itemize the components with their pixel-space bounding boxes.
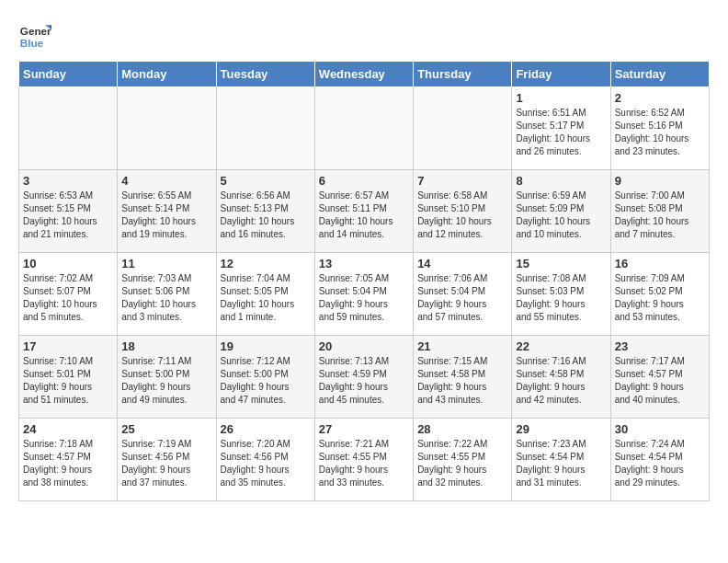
calendar-cell: 24Sunrise: 7:18 AM Sunset: 4:57 PM Dayli… xyxy=(19,419,118,501)
day-number: 19 xyxy=(221,339,311,353)
calendar-table: SundayMondayTuesdayWednesdayThursdayFrid… xyxy=(18,61,710,501)
calendar-cell: 20Sunrise: 7:13 AM Sunset: 4:59 PM Dayli… xyxy=(314,336,413,419)
day-number: 5 xyxy=(221,174,311,188)
calendar-cell: 3Sunrise: 6:53 AM Sunset: 5:15 PM Daylig… xyxy=(19,170,118,253)
calendar-cell: 5Sunrise: 6:56 AM Sunset: 5:13 PM Daylig… xyxy=(216,170,314,253)
weekday-header: Friday xyxy=(512,62,610,87)
day-info: Sunrise: 6:53 AM Sunset: 5:15 PM Dayligh… xyxy=(23,190,113,241)
day-info: Sunrise: 6:51 AM Sunset: 5:17 PM Dayligh… xyxy=(516,107,606,158)
calendar-cell: 16Sunrise: 7:09 AM Sunset: 5:02 PM Dayli… xyxy=(610,253,709,336)
calendar-cell: 8Sunrise: 6:59 AM Sunset: 5:09 PM Daylig… xyxy=(512,170,610,253)
day-number: 16 xyxy=(615,257,705,270)
day-info: Sunrise: 7:20 AM Sunset: 4:56 PM Dayligh… xyxy=(221,438,311,489)
day-info: Sunrise: 7:18 AM Sunset: 4:57 PM Dayligh… xyxy=(23,438,113,489)
day-info: Sunrise: 6:52 AM Sunset: 5:16 PM Dayligh… xyxy=(615,107,705,158)
calendar-cell: 28Sunrise: 7:22 AM Sunset: 4:55 PM Dayli… xyxy=(414,419,512,501)
day-number: 12 xyxy=(221,257,311,270)
day-number: 1 xyxy=(516,91,606,105)
day-number: 7 xyxy=(417,174,507,188)
day-number: 23 xyxy=(615,339,705,353)
svg-text:Blue: Blue xyxy=(20,37,44,49)
day-info: Sunrise: 7:03 AM Sunset: 5:06 PM Dayligh… xyxy=(121,272,211,324)
day-number: 4 xyxy=(121,174,211,188)
calendar-week: 10Sunrise: 7:02 AM Sunset: 5:07 PM Dayli… xyxy=(19,253,710,336)
day-number: 17 xyxy=(23,339,113,353)
weekday-header: Sunday xyxy=(19,62,118,87)
day-number: 18 xyxy=(121,339,211,353)
calendar-cell: 15Sunrise: 7:08 AM Sunset: 5:03 PM Dayli… xyxy=(512,253,610,336)
day-number: 26 xyxy=(221,422,311,436)
day-info: Sunrise: 7:15 AM Sunset: 4:58 PM Dayligh… xyxy=(417,355,507,407)
calendar-cell: 11Sunrise: 7:03 AM Sunset: 5:06 PM Dayli… xyxy=(118,253,216,336)
calendar-cell: 29Sunrise: 7:23 AM Sunset: 4:54 PM Dayli… xyxy=(512,419,610,501)
day-info: Sunrise: 6:59 AM Sunset: 5:09 PM Dayligh… xyxy=(516,190,606,241)
calendar-cell: 19Sunrise: 7:12 AM Sunset: 5:00 PM Dayli… xyxy=(216,336,314,419)
weekday-header: Saturday xyxy=(610,62,709,87)
calendar-cell xyxy=(19,87,118,170)
day-number: 6 xyxy=(319,174,409,188)
calendar-week: 3Sunrise: 6:53 AM Sunset: 5:15 PM Daylig… xyxy=(19,170,710,253)
calendar-cell: 18Sunrise: 7:11 AM Sunset: 5:00 PM Dayli… xyxy=(118,336,216,419)
day-number: 22 xyxy=(516,339,606,353)
day-info: Sunrise: 7:05 AM Sunset: 5:04 PM Dayligh… xyxy=(319,272,409,324)
calendar-cell: 21Sunrise: 7:15 AM Sunset: 4:58 PM Dayli… xyxy=(414,336,512,419)
logo-icon: General Blue xyxy=(18,18,51,52)
day-number: 15 xyxy=(516,257,606,270)
day-number: 24 xyxy=(23,422,113,436)
day-info: Sunrise: 7:13 AM Sunset: 4:59 PM Dayligh… xyxy=(319,355,409,407)
day-info: Sunrise: 7:06 AM Sunset: 5:04 PM Dayligh… xyxy=(417,272,507,324)
day-info: Sunrise: 6:58 AM Sunset: 5:10 PM Dayligh… xyxy=(417,190,507,241)
day-info: Sunrise: 7:21 AM Sunset: 4:55 PM Dayligh… xyxy=(319,438,409,489)
day-info: Sunrise: 7:02 AM Sunset: 5:07 PM Dayligh… xyxy=(23,272,113,324)
calendar-cell: 17Sunrise: 7:10 AM Sunset: 5:01 PM Dayli… xyxy=(19,336,118,419)
calendar-cell xyxy=(216,87,314,170)
calendar-cell: 7Sunrise: 6:58 AM Sunset: 5:10 PM Daylig… xyxy=(414,170,512,253)
day-info: Sunrise: 7:22 AM Sunset: 4:55 PM Dayligh… xyxy=(417,438,507,489)
calendar-cell: 12Sunrise: 7:04 AM Sunset: 5:05 PM Dayli… xyxy=(216,253,314,336)
calendar-cell: 27Sunrise: 7:21 AM Sunset: 4:55 PM Dayli… xyxy=(314,419,413,501)
day-info: Sunrise: 6:55 AM Sunset: 5:14 PM Dayligh… xyxy=(121,190,211,241)
day-info: Sunrise: 7:12 AM Sunset: 5:00 PM Dayligh… xyxy=(221,355,311,407)
day-number: 11 xyxy=(121,257,211,270)
day-number: 14 xyxy=(417,257,507,270)
day-info: Sunrise: 7:10 AM Sunset: 5:01 PM Dayligh… xyxy=(23,355,113,407)
calendar-cell: 23Sunrise: 7:17 AM Sunset: 4:57 PM Dayli… xyxy=(610,336,709,419)
weekday-header: Wednesday xyxy=(314,62,413,87)
calendar-cell: 30Sunrise: 7:24 AM Sunset: 4:54 PM Dayli… xyxy=(610,419,709,501)
day-info: Sunrise: 7:00 AM Sunset: 5:08 PM Dayligh… xyxy=(615,190,705,241)
calendar-cell: 4Sunrise: 6:55 AM Sunset: 5:14 PM Daylig… xyxy=(118,170,216,253)
calendar-week: 24Sunrise: 7:18 AM Sunset: 4:57 PM Dayli… xyxy=(19,419,710,501)
day-info: Sunrise: 7:23 AM Sunset: 4:54 PM Dayligh… xyxy=(516,438,606,489)
day-info: Sunrise: 7:04 AM Sunset: 5:05 PM Dayligh… xyxy=(221,272,311,324)
day-info: Sunrise: 6:57 AM Sunset: 5:11 PM Dayligh… xyxy=(319,190,409,241)
calendar-cell: 25Sunrise: 7:19 AM Sunset: 4:56 PM Dayli… xyxy=(118,419,216,501)
day-number: 2 xyxy=(615,91,705,105)
calendar-cell: 22Sunrise: 7:16 AM Sunset: 4:58 PM Dayli… xyxy=(512,336,610,419)
weekday-header: Thursday xyxy=(414,62,512,87)
day-number: 30 xyxy=(615,422,705,436)
calendar-cell: 9Sunrise: 7:00 AM Sunset: 5:08 PM Daylig… xyxy=(610,170,709,253)
calendar-header: SundayMondayTuesdayWednesdayThursdayFrid… xyxy=(19,62,710,87)
day-info: Sunrise: 7:17 AM Sunset: 4:57 PM Dayligh… xyxy=(615,355,705,407)
day-number: 27 xyxy=(319,422,409,436)
day-number: 13 xyxy=(319,257,409,270)
calendar-cell: 1Sunrise: 6:51 AM Sunset: 5:17 PM Daylig… xyxy=(512,87,610,170)
day-info: Sunrise: 6:56 AM Sunset: 5:13 PM Dayligh… xyxy=(221,190,311,241)
calendar-cell: 2Sunrise: 6:52 AM Sunset: 5:16 PM Daylig… xyxy=(610,87,709,170)
day-number: 3 xyxy=(23,174,113,188)
day-info: Sunrise: 7:11 AM Sunset: 5:00 PM Dayligh… xyxy=(121,355,211,407)
calendar-cell xyxy=(414,87,512,170)
calendar-cell: 13Sunrise: 7:05 AM Sunset: 5:04 PM Dayli… xyxy=(314,253,413,336)
day-number: 28 xyxy=(417,422,507,436)
day-info: Sunrise: 7:24 AM Sunset: 4:54 PM Dayligh… xyxy=(615,438,705,489)
calendar-week: 1Sunrise: 6:51 AM Sunset: 5:17 PM Daylig… xyxy=(19,87,710,170)
day-number: 21 xyxy=(417,339,507,353)
calendar-cell: 14Sunrise: 7:06 AM Sunset: 5:04 PM Dayli… xyxy=(414,253,512,336)
calendar-cell: 26Sunrise: 7:20 AM Sunset: 4:56 PM Dayli… xyxy=(216,419,314,501)
calendar-week: 17Sunrise: 7:10 AM Sunset: 5:01 PM Dayli… xyxy=(19,336,710,419)
calendar-cell xyxy=(314,87,413,170)
weekday-header: Tuesday xyxy=(216,62,314,87)
calendar-cell: 10Sunrise: 7:02 AM Sunset: 5:07 PM Dayli… xyxy=(19,253,118,336)
day-number: 25 xyxy=(121,422,211,436)
weekday-header: Monday xyxy=(118,62,216,87)
